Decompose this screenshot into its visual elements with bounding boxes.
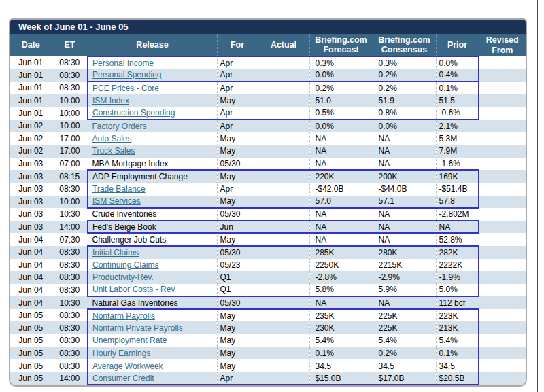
cell-actual: [258, 372, 309, 385]
release-link[interactable]: Truck Sales: [92, 146, 135, 156]
cell-for: Apr: [217, 69, 258, 82]
cell-release: Truck Sales: [88, 145, 217, 158]
cell-for: Q1: [217, 271, 258, 284]
cell-prior: 112 bcf: [436, 296, 479, 309]
column-header-forecast: Briefing.com Forecast: [309, 34, 373, 56]
cell-actual: [258, 196, 309, 209]
cell-release: Fed's Beige Book: [88, 221, 217, 234]
cell-release: ISM Index: [88, 94, 217, 107]
release-link[interactable]: Continuing Claims: [92, 260, 158, 270]
cell-actual: [258, 246, 309, 259]
column-header-revised: Revised From: [479, 34, 526, 56]
cell-revised: [479, 158, 526, 171]
cell-consensus: 57.1: [373, 196, 436, 209]
cell-revised: [479, 120, 526, 132]
cell-revised: [479, 347, 526, 360]
cell-date: Jun 04: [10, 296, 52, 309]
cell-for: Q1: [217, 284, 258, 297]
release-link[interactable]: ISM Services: [92, 196, 141, 206]
cell-actual: [258, 158, 309, 171]
release-link[interactable]: ISM Index: [92, 96, 129, 105]
cell-revised: [479, 321, 526, 334]
cell-prior: 51.5: [436, 94, 479, 107]
cell-revised: [479, 107, 526, 120]
cell-forecast: $15.0B: [309, 372, 373, 385]
cell-et: 17:00: [52, 145, 88, 158]
column-header-for: For: [217, 34, 258, 56]
release-link[interactable]: PCE Prices - Core: [92, 84, 159, 93]
cell-consensus: NA: [373, 221, 436, 234]
cell-actual: [258, 334, 309, 347]
cell-consensus: 0.2%: [373, 82, 436, 94]
cell-date: Jun 02: [10, 120, 52, 132]
cell-actual: [258, 69, 309, 82]
release-link[interactable]: Average Workweek: [92, 361, 163, 371]
cell-revised: [479, 221, 526, 234]
cell-for: May: [217, 145, 258, 158]
cell-release: MBA Mortgage Index: [88, 158, 217, 171]
cell-prior: -0.6%: [436, 107, 479, 120]
table-row: Jun 0410:30Natural Gas Inventories05/30N…: [10, 296, 526, 309]
cell-et: 10:30: [52, 208, 88, 221]
economic-calendar-panel: Week of June 01 - June 05 DateETReleaseF…: [9, 18, 527, 387]
table-row: Jun 0408:30Initial Claims05/30285K280K28…: [10, 246, 526, 259]
release-link[interactable]: Unit Labor Costs - Rev: [92, 285, 175, 294]
cell-prior: 52.8%: [436, 233, 479, 246]
release-link[interactable]: Hourly Earnings: [92, 349, 150, 358]
cell-consensus: 0.2%: [373, 347, 436, 360]
cell-et: 10:00: [52, 94, 88, 107]
release-link[interactable]: Consumer Credit: [92, 374, 154, 383]
cell-actual: [258, 284, 309, 297]
release-link[interactable]: Unemployment Rate: [92, 336, 167, 345]
cell-for: May: [217, 132, 258, 145]
cell-release: Personal Income: [88, 56, 217, 69]
cell-prior: 0.0%: [436, 56, 479, 69]
cell-prior: 223K: [436, 309, 479, 322]
cell-actual: [258, 94, 309, 107]
cell-for: 05/23: [217, 259, 258, 272]
cell-actual: [258, 107, 309, 120]
cell-revised: [479, 208, 526, 221]
cell-release: Trade Balance: [88, 183, 217, 196]
table-row: Jun 0210:00Factory OrdersApr0.0%0.0%2.1%: [10, 120, 526, 132]
release-link[interactable]: Auto Sales: [92, 134, 132, 143]
cell-for: Apr: [217, 82, 258, 94]
cell-release: Challenger Job Cuts: [88, 233, 217, 246]
release-link[interactable]: Nonfarm Payrolls: [92, 311, 155, 321]
cell-forecast: 5.4%: [309, 334, 373, 347]
cell-release: Nonfarm Payrolls: [88, 309, 217, 322]
cell-forecast: -2.8%: [309, 271, 373, 284]
release-link[interactable]: Trade Balance: [92, 184, 146, 194]
release-link[interactable]: Construction Spending: [92, 108, 175, 118]
cell-forecast: 51.0: [309, 94, 373, 107]
cell-forecast: 34.5: [309, 359, 373, 372]
cell-release: Consumer Credit: [88, 372, 217, 385]
release-link[interactable]: Personal Spending: [92, 70, 161, 79]
cell-date: Jun 05: [10, 321, 52, 334]
release-link[interactable]: Factory Orders: [92, 122, 147, 131]
cell-forecast: 0.3%: [309, 56, 373, 69]
release-link[interactable]: Personal Income: [92, 58, 154, 68]
release-link[interactable]: Productivity-Rev.: [92, 272, 154, 282]
adjacent-panel-divider: [537, 0, 538, 392]
cell-prior: $20.5B: [436, 372, 479, 385]
cell-for: May: [217, 359, 258, 372]
cell-consensus: 5.4%: [373, 334, 436, 347]
table-row: Jun 0110:00ISM IndexMay51.051.951.5: [10, 94, 526, 107]
cell-et: 08:30: [52, 246, 88, 259]
cell-et: 08:30: [52, 183, 88, 196]
release-link[interactable]: Nonfarm Private Payrolls: [92, 323, 183, 333]
cell-revised: [479, 284, 526, 297]
cell-release: ISM Services: [88, 196, 217, 209]
cell-prior: 0.1%: [436, 347, 479, 360]
cell-date: Jun 01: [10, 94, 52, 107]
cell-actual: [258, 321, 309, 334]
cell-forecast: 0.0%: [309, 69, 373, 82]
cell-date: Jun 04: [10, 284, 52, 297]
table-row: Jun 0108:30Personal IncomeApr0.3%0.3%0.0…: [10, 56, 526, 69]
cell-actual: [258, 145, 309, 158]
cell-forecast: 0.2%: [309, 82, 373, 94]
cell-prior: 5.3M: [436, 132, 479, 145]
release-link[interactable]: Initial Claims: [92, 248, 139, 257]
table-row: Jun 0508:30Average WorkweekMay34.534.534…: [10, 359, 526, 372]
